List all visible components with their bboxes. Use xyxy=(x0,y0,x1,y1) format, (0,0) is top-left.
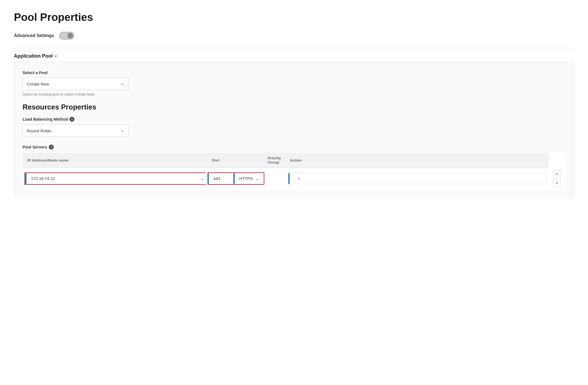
col-priority: Priority Group xyxy=(263,153,285,168)
select-pool-wrapper[interactable]: Create New Pool 1 Pool 2 xyxy=(23,78,129,90)
application-pool-card: Select a Pool Create New Pool 1 Pool 2 S… xyxy=(14,62,574,198)
select-pool-dropdown[interactable]: Create New Pool 1 Pool 2 xyxy=(23,78,129,90)
application-pool-section-header[interactable]: Application Pool ▾ xyxy=(14,48,574,59)
advanced-settings-label: Advanced Settings xyxy=(14,33,54,38)
port-cell: HTTPS HTTP TCP xyxy=(207,168,263,189)
advanced-settings-row: Advanced Settings xyxy=(14,32,574,40)
load-balancing-info-icon[interactable]: i xyxy=(69,117,74,122)
chevron-down-icon: ▾ xyxy=(55,54,57,58)
priority-cell xyxy=(285,168,549,189)
pool-servers-info-icon[interactable]: i xyxy=(49,145,54,150)
page-title: Pool Properties xyxy=(14,11,574,23)
priority-blue-bar xyxy=(288,173,290,184)
load-balancing-dropdown[interactable]: Round Robin Least Connections IP Hash xyxy=(23,125,129,137)
toggle-thumb xyxy=(67,33,73,38)
action-cell: + × xyxy=(549,168,565,189)
table-header-row: IP Address/Node name Port Priority Group… xyxy=(23,153,565,168)
col-ip: IP Address/Node name xyxy=(23,153,208,168)
load-balancing-wrapper[interactable]: Round Robin Least Connections IP Hash xyxy=(23,125,129,137)
ip-blue-bar xyxy=(25,173,26,184)
load-balancing-label-row: Load Balancing Method i xyxy=(23,117,565,122)
pool-servers-label: Pool Servers xyxy=(23,145,47,149)
pool-servers-table: IP Address/Node name Port Priority Group… xyxy=(23,152,565,189)
protocol-separator-bar xyxy=(233,173,235,184)
select-pool-label: Select a Pool xyxy=(23,70,565,75)
select-pool-hint: Select an existing pool or select Create… xyxy=(23,92,565,96)
add-row-button[interactable]: + xyxy=(553,170,561,178)
pool-servers-section: Pool Servers i IP Address/Node name Port… xyxy=(23,145,565,189)
ip-cell: 172.16.74.12 xyxy=(23,168,208,189)
action-buttons: + × xyxy=(551,170,563,187)
remove-row-button[interactable]: × xyxy=(553,179,561,187)
protocol-dropdown[interactable]: HTTPS HTTP TCP xyxy=(237,173,261,184)
col-port: Port xyxy=(207,153,263,168)
resources-heading: Resources Properties xyxy=(23,103,565,111)
ip-select-wrapper[interactable]: 172.16.74.12 xyxy=(29,173,206,184)
port-cell-right-border xyxy=(263,168,285,189)
advanced-settings-toggle[interactable] xyxy=(59,32,74,40)
pool-servers-label-row: Pool Servers i xyxy=(23,145,565,150)
table-row: 172.16.74.12 xyxy=(23,168,565,189)
priority-input[interactable] xyxy=(294,173,546,184)
priority-group-container xyxy=(288,173,546,184)
protocol-select-wrapper[interactable]: HTTPS HTTP TCP xyxy=(237,173,261,184)
load-balancing-label: Load Balancing Method xyxy=(23,117,68,121)
port-input[interactable] xyxy=(211,173,233,184)
application-pool-title: Application Pool xyxy=(14,53,53,59)
port-blue-bar xyxy=(207,173,209,184)
col-action: Action xyxy=(285,153,549,168)
ip-address-dropdown[interactable]: 172.16.74.12 xyxy=(29,173,206,184)
